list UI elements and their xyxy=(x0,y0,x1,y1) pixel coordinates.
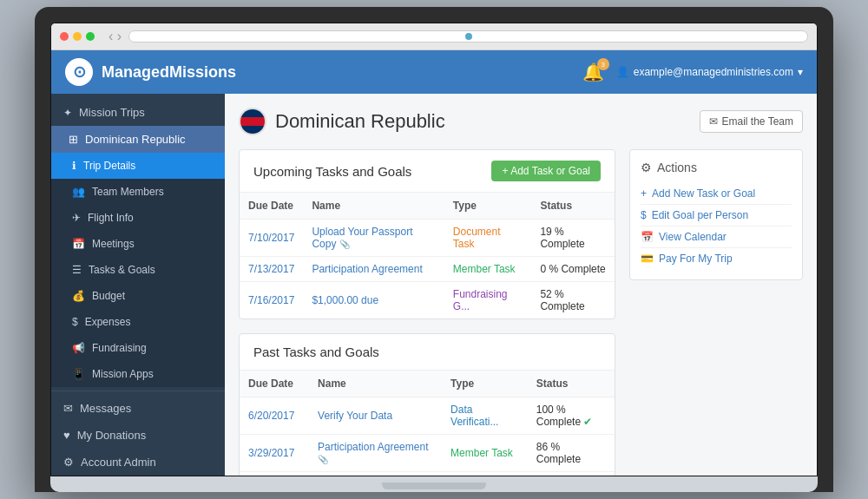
browser-bar: ‹ › xyxy=(51,23,817,50)
cell-status-past: 13 % Complete xyxy=(528,472,615,476)
sidebar-item-expenses[interactable]: $ Expenses xyxy=(51,309,225,335)
action-label: Add New Task or Goal xyxy=(652,187,755,200)
page-header: Dominican Republic ✉ Email the Team xyxy=(239,108,803,135)
sidebar: ✦ Mission Trips ⊞ Dominican Republic ℹ T… xyxy=(51,94,225,476)
actions-title: ⚙ Actions xyxy=(641,161,792,174)
flight-info-label: Flight Info xyxy=(88,212,134,224)
sidebar-sub-menu: ℹ Trip Details 👥 Team Members ✈ Flight I… xyxy=(51,153,225,387)
messages-icon: ✉ xyxy=(63,402,73,415)
date-link[interactable]: 7/13/2017 xyxy=(248,263,294,275)
heart-icon: ♥ xyxy=(63,429,70,442)
apps-icon: 📱 xyxy=(72,368,85,380)
email-team-label: Email the Team xyxy=(722,115,793,128)
mission-trips-label: Mission Trips xyxy=(79,106,145,119)
past-task-type: Member Task xyxy=(450,447,513,459)
task-type: Member Task xyxy=(453,263,516,275)
actions-card: ⚙ Actions +Add New Task or Goal$Edit Goa… xyxy=(629,149,803,280)
action-item[interactable]: 📅View Calendar xyxy=(641,227,792,248)
cell-status: 19 % Complete xyxy=(531,220,615,257)
cell-type: Fundraising G... xyxy=(444,282,532,319)
flag-bot xyxy=(240,126,265,134)
email-team-button[interactable]: ✉ Email the Team xyxy=(700,110,803,133)
cell-date: 7/10/2017 xyxy=(240,220,303,257)
team-icon: 👥 xyxy=(72,186,85,198)
expenses-label: Expenses xyxy=(85,316,131,328)
past-task-name-link[interactable]: Participation Agreement xyxy=(318,441,428,453)
action-item[interactable]: +Add New Task or Goal xyxy=(641,183,792,205)
upcoming-table-body: 7/10/2017 Upload Your Passport Copy 📎 Do… xyxy=(240,220,615,319)
cell-name-past: Participation Agreement 📎 xyxy=(309,435,442,472)
budget-icon: 💰 xyxy=(72,290,85,302)
col-due-date-past: Due Date xyxy=(240,371,309,397)
sidebar-divider-1 xyxy=(51,391,225,391)
col-due-date: Due Date xyxy=(240,193,303,220)
date-link[interactable]: 7/10/2017 xyxy=(248,232,294,244)
action-item[interactable]: 💳Pay For My Trip xyxy=(641,248,792,269)
past-date-link[interactable]: 6/20/2017 xyxy=(248,410,294,422)
minimize-button[interactable] xyxy=(73,32,82,41)
country-flag xyxy=(239,108,266,135)
sidebar-item-mission-trips[interactable]: ✦ Mission Trips xyxy=(51,99,225,126)
past-table-body: 6/20/2017 Verify Your Data Data Verifica… xyxy=(240,397,615,476)
actions-list: +Add New Task or Goal$Edit Goal per Pers… xyxy=(641,183,792,269)
past-date-link[interactable]: 3/29/2017 xyxy=(248,447,294,459)
col-name: Name xyxy=(303,193,444,220)
loading-indicator xyxy=(465,33,472,40)
cell-type-past: Member Task xyxy=(442,435,528,472)
user-icon: 👤 xyxy=(616,66,629,78)
cell-status-past: 100 % Complete ✔ xyxy=(528,397,615,435)
actions-panel: ⚙ Actions +Add New Task or Goal$Edit Goa… xyxy=(629,149,803,476)
sidebar-item-team-members[interactable]: 👥 Team Members xyxy=(51,179,225,205)
cell-date: 7/16/2017 xyxy=(240,282,303,319)
calendar-icon: 📅 xyxy=(72,238,85,250)
task-name-link[interactable]: Participation Agreement xyxy=(312,263,422,275)
sidebar-item-my-donations[interactable]: ♥ My Donations xyxy=(51,422,225,449)
logo-managed: Managed xyxy=(102,63,169,81)
sidebar-item-trip-details[interactable]: ℹ Trip Details xyxy=(51,153,225,179)
my-donations-label: My Donations xyxy=(77,429,146,442)
sidebar-item-flight-info[interactable]: ✈ Flight Info xyxy=(51,205,225,231)
maximize-button[interactable] xyxy=(86,32,95,41)
logo-missions: Missions xyxy=(169,63,236,81)
back-button[interactable]: ‹ › xyxy=(108,29,122,44)
list-icon: ☰ xyxy=(72,264,82,276)
logo-text: ManagedMissions xyxy=(102,63,236,82)
cell-type: Document Task xyxy=(444,220,532,257)
sidebar-item-budget[interactable]: 💰 Budget xyxy=(51,283,225,309)
attachment-icon: 📎 xyxy=(339,240,350,249)
page-title-area: Dominican Republic xyxy=(239,108,445,135)
notification-badge[interactable]: 🔔 3 xyxy=(582,62,604,82)
notification-count: 3 xyxy=(597,58,609,70)
past-tasks-title: Past Tasks and Goals xyxy=(253,345,379,359)
sidebar-item-mission-apps[interactable]: 📱 Mission Apps xyxy=(51,361,225,387)
user-info[interactable]: 👤 example@managedministries.com ▾ xyxy=(616,66,803,78)
past-table-row: 3/29/2017 Participation Agreement 📎 Memb… xyxy=(240,435,615,472)
info-icon: ℹ xyxy=(72,160,76,172)
sidebar-item-messages[interactable]: ✉ Messages xyxy=(51,395,225,422)
sidebar-item-tasks-goals[interactable]: ☰ Tasks & Goals xyxy=(51,257,225,283)
cell-name-past: Signed Participation Agreement 📎 xyxy=(309,472,442,476)
date-link[interactable]: 7/16/2017 xyxy=(248,294,294,306)
url-bar[interactable] xyxy=(128,30,808,43)
fundraising-icon: 📢 xyxy=(72,342,85,354)
task-name-link[interactable]: Upload Your Passport Copy xyxy=(312,226,412,250)
past-task-name-link[interactable]: Verify Your Data xyxy=(318,410,392,422)
col-type: Type xyxy=(444,193,532,220)
sidebar-item-dominican-republic[interactable]: ⊞ Dominican Republic xyxy=(51,126,225,153)
close-button[interactable] xyxy=(60,32,69,41)
meetings-label: Meetings xyxy=(92,238,135,250)
cell-type: Member Task xyxy=(444,257,532,282)
sidebar-item-meetings[interactable]: 📅 Meetings xyxy=(51,231,225,257)
task-name-link[interactable]: $1,000.00 due xyxy=(312,294,378,306)
add-task-button[interactable]: + Add Task or Goal xyxy=(491,161,601,181)
sidebar-item-account-admin[interactable]: ⚙ Account Admin xyxy=(51,449,225,476)
current-trip-label: Dominican Republic xyxy=(85,133,186,146)
upcoming-section: Upcoming Tasks and Goals + Add Task or G… xyxy=(239,149,615,476)
team-members-label: Team Members xyxy=(92,186,164,198)
action-item[interactable]: $Edit Goal per Person xyxy=(641,205,792,227)
page-title: Dominican Republic xyxy=(275,110,445,133)
sidebar-item-fundraising[interactable]: 📢 Fundraising xyxy=(51,335,225,361)
app-container: ⊙ ManagedMissions 🔔 3 👤 example@managedm… xyxy=(51,50,817,476)
content-actions-row: Upcoming Tasks and Goals + Add Task or G… xyxy=(239,149,803,476)
action-icon: 📅 xyxy=(641,231,654,243)
